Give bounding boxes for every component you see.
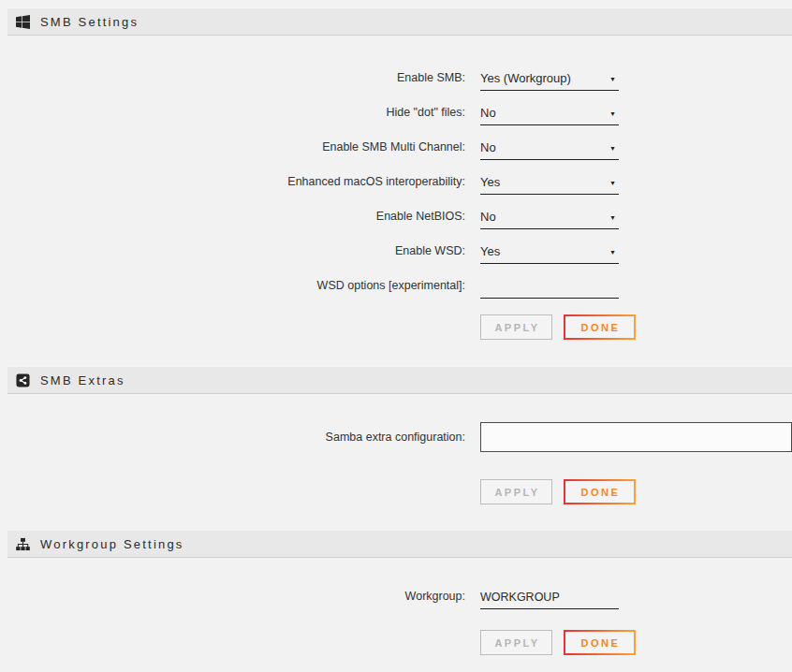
workgroup-input[interactable] bbox=[480, 591, 619, 609]
apply-button[interactable]: APPLY bbox=[480, 630, 552, 655]
section-header-workgroup-settings: Workgroup Settings bbox=[7, 530, 792, 558]
section-title: SMB Extras bbox=[40, 373, 125, 387]
caret-down-icon: ▼ bbox=[609, 109, 619, 120]
wsd-options-input[interactable] bbox=[480, 280, 619, 299]
done-button[interactable]: DONE bbox=[564, 314, 636, 340]
field-label: Hide "dot" files: bbox=[0, 106, 465, 125]
select-value: No bbox=[480, 106, 496, 120]
settings-page: SMB Settings Enable SMB: Yes (Workgroup)… bbox=[0, 0, 792, 672]
form-row-enable-wsd: Enable WSD: Yes ▼ bbox=[0, 229, 792, 264]
caret-down-icon: ▼ bbox=[609, 212, 619, 224]
form-row-smb-multi-channel: Enable SMB Multi Channel: No ▼ bbox=[0, 125, 792, 160]
workgroup-settings-form: Workgroup: APPLY DONE bbox=[0, 558, 792, 655]
macos-interop-select[interactable]: Yes ▼ bbox=[480, 175, 619, 195]
section-title: SMB Settings bbox=[40, 15, 139, 29]
hide-dot-files-select[interactable]: No ▼ bbox=[480, 106, 619, 125]
done-button[interactable]: DONE bbox=[564, 630, 636, 655]
caret-down-icon: ▼ bbox=[609, 247, 619, 258]
form-row-macos-interop: Enhanced macOS interoperability: Yes ▼ bbox=[0, 160, 792, 195]
done-button[interactable]: DONE bbox=[564, 479, 636, 504]
smb-multi-channel-select[interactable]: No ▼ bbox=[480, 140, 619, 160]
form-row-enable-netbios: Enable NetBIOS: No ▼ bbox=[0, 195, 792, 229]
smb-settings-form: Enable SMB: Yes (Workgroup) ▼ Hide "dot"… bbox=[0, 36, 792, 340]
workgroup-settings-buttons: APPLY DONE bbox=[480, 630, 792, 655]
field-label: Enhanced macOS interoperability: bbox=[0, 175, 465, 195]
smb-settings-buttons: APPLY DONE bbox=[480, 314, 792, 340]
enable-wsd-select[interactable]: Yes ▼ bbox=[480, 244, 619, 264]
form-row-enable-smb: Enable SMB: Yes (Workgroup) ▼ bbox=[0, 56, 792, 91]
section-title: Workgroup Settings bbox=[40, 537, 184, 551]
select-value: Yes bbox=[480, 244, 500, 258]
caret-down-icon: ▼ bbox=[609, 143, 619, 154]
enable-smb-select[interactable]: Yes (Workgroup) ▼ bbox=[480, 71, 619, 91]
smb-extras-buttons: APPLY DONE bbox=[480, 479, 792, 504]
field-label: Enable NetBIOS: bbox=[0, 210, 465, 229]
select-value: Yes bbox=[480, 175, 500, 189]
share-square-icon bbox=[16, 373, 30, 387]
field-label: Enable SMB: bbox=[0, 71, 465, 91]
select-value: No bbox=[480, 140, 496, 154]
form-row-wsd-options: WSD options [experimental]: bbox=[0, 264, 792, 299]
section-header-smb-extras: SMB Extras bbox=[7, 366, 792, 394]
field-label: WSD options [experimental]: bbox=[0, 279, 465, 299]
form-row-hide-dot-files: Hide "dot" files: No ▼ bbox=[0, 91, 792, 125]
samba-extra-configuration-textarea[interactable] bbox=[480, 422, 792, 452]
sitemap-icon bbox=[16, 537, 30, 551]
enable-netbios-select[interactable]: No ▼ bbox=[480, 210, 619, 229]
caret-down-icon: ▼ bbox=[609, 74, 619, 85]
section-header-smb-settings: SMB Settings bbox=[7, 7, 792, 36]
form-row-samba-extra: Samba extra configuration: bbox=[0, 422, 792, 452]
field-label: Workgroup: bbox=[0, 590, 465, 609]
field-label: Samba extra configuration: bbox=[0, 431, 465, 444]
select-value: No bbox=[480, 210, 496, 224]
select-value: Yes (Workgroup) bbox=[480, 71, 571, 85]
field-label: Enable WSD: bbox=[0, 244, 465, 264]
caret-down-icon: ▼ bbox=[609, 178, 619, 189]
apply-button[interactable]: APPLY bbox=[480, 479, 552, 504]
form-row-workgroup: Workgroup: bbox=[0, 575, 792, 609]
field-label: Enable SMB Multi Channel: bbox=[0, 140, 465, 160]
apply-button[interactable]: APPLY bbox=[480, 314, 552, 340]
windows-icon bbox=[16, 15, 30, 29]
smb-extras-form: Samba extra configuration: APPLY DONE bbox=[0, 422, 792, 504]
